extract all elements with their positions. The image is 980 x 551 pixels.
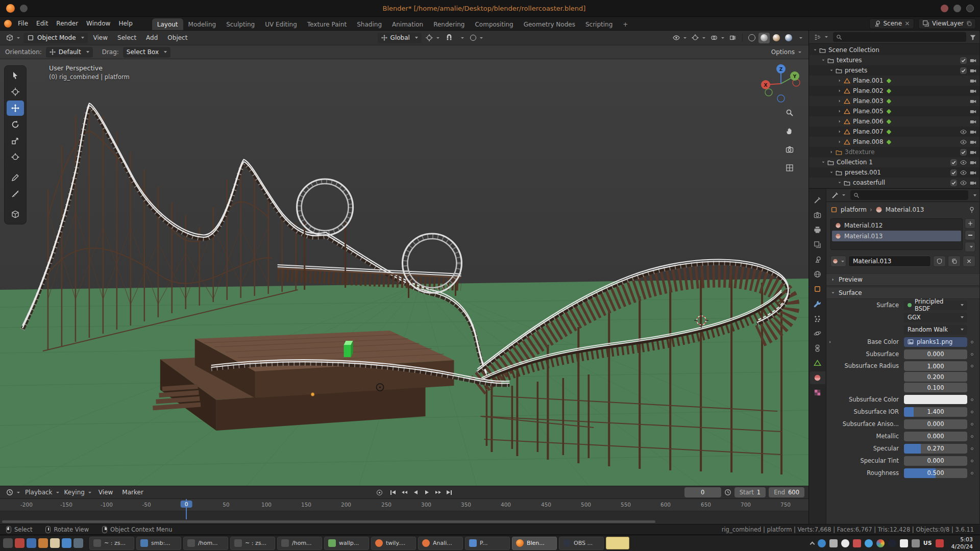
subsurface-radius-z-field[interactable]: 0.100 xyxy=(904,383,967,392)
outliner-row-plane-007[interactable]: Plane.007 xyxy=(809,127,979,137)
viewport-canvas[interactable] xyxy=(0,59,808,486)
taskbar-window-twily[interactable]: twily.... xyxy=(371,537,416,550)
close-button[interactable] xyxy=(966,5,974,12)
remove-slot-button[interactable] xyxy=(965,230,975,240)
camera-visibility-icon[interactable] xyxy=(970,159,976,166)
pan-hand-icon[interactable] xyxy=(783,124,796,138)
navigation-gizmo[interactable]: X Y Z xyxy=(761,63,801,104)
camera-visibility-icon[interactable] xyxy=(970,129,976,135)
play-reverse-button[interactable] xyxy=(410,487,421,497)
checkbox-icon[interactable] xyxy=(950,169,957,176)
launcher-icon-1[interactable] xyxy=(3,538,13,548)
outliner-row-plane-003[interactable]: Plane.003 xyxy=(809,96,979,106)
metallic-slider[interactable]: 0.000 xyxy=(904,432,967,441)
keyframe-dot[interactable] xyxy=(971,353,973,356)
timeline-view-menu[interactable]: View xyxy=(94,487,117,497)
clock[interactable]: 5:03 4/20/24 xyxy=(951,536,973,549)
eye-visibility-icon[interactable] xyxy=(960,159,967,166)
camera-visibility-icon[interactable] xyxy=(970,139,976,145)
launcher-icon-6[interactable] xyxy=(62,538,71,548)
launcher-icon-4[interactable] xyxy=(38,538,48,548)
annotate-tool[interactable] xyxy=(7,170,24,185)
taskbar-window-blender[interactable]: Blen... xyxy=(512,537,557,550)
outliner-editor-type-button[interactable] xyxy=(812,32,830,42)
obs-tray-icon[interactable] xyxy=(888,539,896,547)
tab-constraints[interactable] xyxy=(810,342,825,355)
duplicate-material-button[interactable] xyxy=(948,256,961,267)
fake-user-button[interactable] xyxy=(933,256,946,267)
camera-visibility-icon[interactable] xyxy=(970,149,976,156)
taskbar-window-anali[interactable]: Anali... xyxy=(418,537,463,550)
camera-visibility-icon[interactable] xyxy=(970,57,976,64)
surface-panel-header[interactable]: Surface xyxy=(826,287,979,299)
proportional-edit-toggle[interactable] xyxy=(468,33,485,43)
tab-shading[interactable]: Shading xyxy=(352,18,387,30)
menu-object[interactable]: Object xyxy=(163,33,191,43)
base-color-expand-icon[interactable] xyxy=(826,340,834,344)
add-slot-button[interactable] xyxy=(965,218,975,229)
taskbar-window-terminal-1[interactable]: ~ : zs... xyxy=(89,537,134,550)
add-workspace-button[interactable]: + xyxy=(618,18,633,30)
scale-tool[interactable] xyxy=(7,133,24,148)
surface-shader-dropdown[interactable]: Principled BSDF xyxy=(904,300,967,310)
tab-output[interactable] xyxy=(810,223,825,236)
material-slot-012[interactable]: Material.012 xyxy=(832,220,961,231)
next-keyframe-button[interactable] xyxy=(432,487,444,497)
tab-material[interactable] xyxy=(810,371,825,384)
zoom-icon[interactable] xyxy=(783,106,796,119)
show-overlays-dropdown[interactable] xyxy=(708,33,726,43)
drag-dropdown[interactable]: Select Box xyxy=(123,47,170,58)
launcher-icon-2[interactable] xyxy=(15,538,24,548)
shading-material-button[interactable] xyxy=(771,33,782,43)
keyframe-dot[interactable] xyxy=(971,447,973,450)
tab-texture[interactable] xyxy=(810,386,825,399)
menu-render[interactable]: Render xyxy=(52,18,82,29)
subsurface-slider[interactable]: 0.000 xyxy=(904,349,967,359)
outliner-row-coasterfull[interactable]: coasterfull xyxy=(809,178,979,188)
tab-uv-editing[interactable]: UV Editing xyxy=(260,18,302,30)
camera-visibility-icon[interactable] xyxy=(970,67,976,74)
checkbox-icon[interactable] xyxy=(960,57,967,64)
preview-panel-header[interactable]: Preview xyxy=(826,273,979,286)
taskbar-window-wallpaper[interactable]: wallp... xyxy=(324,537,369,550)
outliner-row-plane-006[interactable]: Plane.006 xyxy=(809,116,979,127)
outliner-search-input[interactable] xyxy=(845,34,963,41)
recording-tray-icon[interactable] xyxy=(936,539,944,547)
shading-dropdown[interactable] xyxy=(795,33,804,43)
blender-menu-icon[interactable] xyxy=(4,20,12,28)
jump-to-start-button[interactable] xyxy=(387,487,399,497)
keyframe-dot[interactable] xyxy=(971,423,973,425)
camera-visibility-icon[interactable] xyxy=(970,169,976,176)
camera-visibility-icon[interactable] xyxy=(970,108,976,115)
taskbar-window-home-1[interactable]: /hom... xyxy=(183,537,228,550)
specular-slider[interactable]: 0.270 xyxy=(904,444,967,454)
playback-menu[interactable]: Playback xyxy=(23,487,61,498)
outliner-search[interactable] xyxy=(833,32,966,42)
browse-material-button[interactable] xyxy=(830,256,846,267)
editor-type-button[interactable] xyxy=(4,33,22,43)
show-gizmo-dropdown[interactable] xyxy=(690,33,707,43)
tab-geometry-nodes[interactable]: Geometry Nodes xyxy=(519,18,580,30)
subsurface-ior-slider[interactable]: 1.400 xyxy=(904,407,967,417)
keyframe-dot[interactable] xyxy=(971,341,973,343)
material-slot-013[interactable]: Material.013 xyxy=(832,231,961,241)
camera-visibility-icon[interactable] xyxy=(970,88,976,94)
shading-solid-button[interactable] xyxy=(758,33,770,43)
tab-scene[interactable] xyxy=(810,253,825,266)
breadcrumb-material[interactable]: Material.013 xyxy=(886,206,924,213)
cursor-tool[interactable] xyxy=(7,84,24,99)
outliner-row-scene-collection[interactable]: Scene Collection xyxy=(809,45,979,55)
orientation-dropdown[interactable]: Default xyxy=(46,47,93,58)
mode-dropdown[interactable]: Object Mode xyxy=(23,33,88,43)
sticky-note-window-button[interactable] xyxy=(606,537,629,549)
eye-visibility-icon[interactable] xyxy=(960,139,967,145)
auto-keying-toggle[interactable] xyxy=(377,490,382,495)
tab-object-data[interactable] xyxy=(810,357,825,369)
ortho-toggle-icon[interactable] xyxy=(783,161,796,174)
add-cube-tool[interactable] xyxy=(7,207,24,222)
media-tray-icon[interactable] xyxy=(841,539,849,547)
options-dropdown[interactable]: Options xyxy=(769,47,803,58)
xray-toggle[interactable] xyxy=(727,33,739,43)
keyframe-dot[interactable] xyxy=(971,365,973,367)
frame-start-field[interactable]: Start1 xyxy=(734,487,766,497)
